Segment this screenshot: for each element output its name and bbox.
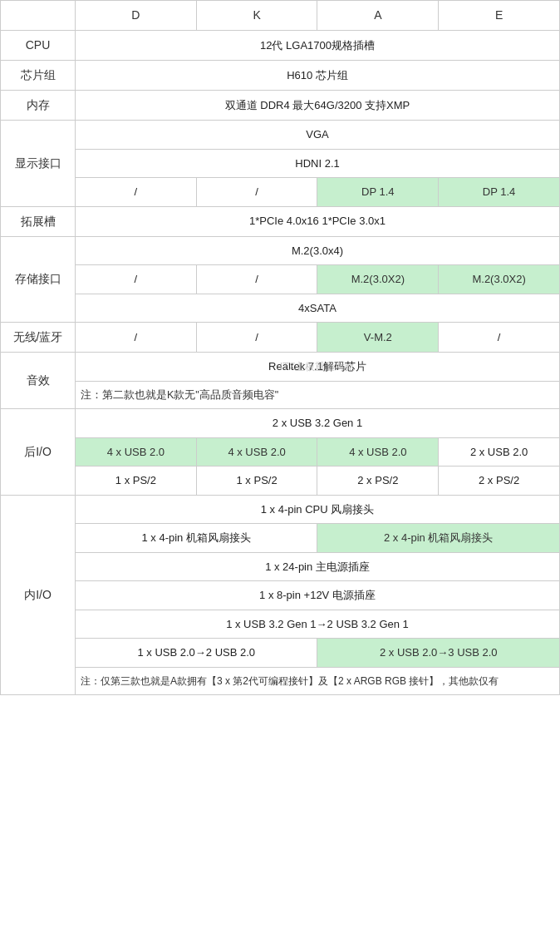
storage-m2-d: / — [76, 265, 197, 294]
wireless-a: V-M.2 — [317, 323, 439, 353]
rear-io-ps2-d: 1 x PS/2 — [76, 467, 197, 496]
rear-io-usb20-e: 2 x USB 2.0 — [439, 437, 560, 467]
storage-m2-variants-row: / / M.2(3.0X2) M.2(3.0X2) — [1, 265, 560, 294]
rear-io-usb32-row: 后I/O 2 x USB 3.2 Gen 1 — [1, 409, 560, 438]
display-dp-e: DP 1.4 — [439, 178, 560, 207]
display-hdni: HDNI 2.1 — [76, 149, 560, 178]
audio-row1: 音效 ITX主板重量对比 Realtek 7.1解码芯片 — [1, 353, 560, 382]
inner-io-label: 内I/O — [1, 495, 76, 694]
display-dp-d: / — [76, 178, 197, 207]
memory-value: 双通道 DDR4 最大64G/3200 支持XMP — [76, 91, 560, 121]
audio-realtek: ITX主板重量对比 Realtek 7.1解码芯片 — [76, 353, 560, 382]
rear-io-usb20-k: 4 x USB 2.0 — [196, 437, 317, 467]
memory-row: 内存 双通道 DDR4 最大64G/3200 支持XMP — [1, 91, 560, 121]
storage-label: 存储接口 — [1, 236, 76, 323]
inner-io-usb20-ae: 2 x USB 2.0→3 USB 2.0 — [317, 639, 560, 668]
display-label: 显示接口 — [1, 121, 76, 207]
rear-io-usb20-row: 4 x USB 2.0 4 x USB 2.0 4 x USB 2.0 2 x … — [1, 437, 560, 467]
inner-io-8pin-row: 1 x 8-pin +12V 电源插座 — [1, 581, 560, 610]
col-e-header: E — [439, 1, 560, 31]
storage-m2-k: / — [196, 265, 317, 294]
inner-io-8pin: 1 x 8-pin +12V 电源插座 — [76, 581, 560, 610]
display-vga-row: 显示接口 VGA — [1, 121, 560, 150]
storage-sata-row: 4xSATA — [1, 294, 560, 323]
rear-io-usb32: 2 x USB 3.2 Gen 1 — [76, 409, 560, 438]
comparison-table: D K A E CPU 12代 LGA1700规格插槽 芯片组 H610 芯片组… — [0, 0, 560, 695]
audio-label: 音效 — [1, 353, 76, 409]
rear-io-usb20-a: 4 x USB 2.0 — [317, 437, 439, 467]
wireless-e: / — [439, 323, 560, 353]
rear-io-ps2-k: 1 x PS/2 — [196, 467, 317, 496]
inner-io-note: 注：仅第三款也就是A款拥有【3 x 第2代可编程接针】及【2 x ARGB RG… — [76, 667, 560, 694]
storage-m2-e: M.2(3.0X2) — [439, 265, 560, 294]
storage-sata: 4xSATA — [76, 294, 560, 323]
expansion-row: 拓展槽 1*PCIe 4.0x16 1*PCIe 3.0x1 — [1, 206, 560, 236]
inner-io-casefan-dk: 1 x 4-pin 机箱风扇接头 — [76, 524, 317, 553]
chipset-row: 芯片组 H610 芯片组 — [1, 61, 560, 91]
col-a-header: A — [317, 1, 439, 31]
storage-m2-a: M.2(3.0X2) — [317, 265, 439, 294]
inner-io-usb32-row: 1 x USB 3.2 Gen 1→2 USB 3.2 Gen 1 — [1, 610, 560, 639]
wireless-label: 无线/蓝牙 — [1, 323, 76, 353]
storage-m2: M.2(3.0x4) — [76, 236, 560, 265]
inner-io-usb20-dk: 1 x USB 2.0→2 USB 2.0 — [76, 639, 317, 668]
expansion-label: 拓展槽 — [1, 206, 76, 236]
display-dp-k: / — [196, 178, 317, 207]
cpu-label: CPU — [1, 31, 76, 61]
empty-header — [1, 1, 76, 31]
inner-io-24pin: 1 x 24-pin 主电源插座 — [76, 552, 560, 581]
col-k-header: K — [196, 1, 317, 31]
wireless-row: 无线/蓝牙 / / V-M.2 / — [1, 323, 560, 353]
audio-realtek-text: Realtek 7.1解码芯片 — [268, 360, 366, 373]
display-dp-row: / / DP 1.4 DP 1.4 — [1, 178, 560, 207]
display-dp-a: DP 1.4 — [317, 178, 439, 207]
cpu-value: 12代 LGA1700规格插槽 — [76, 31, 560, 61]
cpu-row: CPU 12代 LGA1700规格插槽 — [1, 31, 560, 61]
rear-io-ps2-e: 2 x PS/2 — [439, 467, 560, 496]
display-vga: VGA — [76, 121, 560, 150]
inner-io-casefan-ae: 2 x 4-pin 机箱风扇接头 — [317, 524, 560, 553]
rear-io-ps2-a: 2 x PS/2 — [317, 467, 439, 496]
inner-io-cpufan: 1 x 4-pin CPU 风扇接头 — [76, 495, 560, 524]
audio-note-row: 注：第二款也就是K款无"高品质音频电容" — [1, 381, 560, 409]
inner-io-usb32: 1 x USB 3.2 Gen 1→2 USB 3.2 Gen 1 — [76, 610, 560, 639]
wireless-k: / — [196, 323, 317, 353]
col-d-header: D — [76, 1, 197, 31]
inner-io-note-row: 注：仅第三款也就是A款拥有【3 x 第2代可编程接针】及【2 x ARGB RG… — [1, 667, 560, 694]
display-hdni-row: HDNI 2.1 — [1, 149, 560, 178]
storage-m2-row: 存储接口 M.2(3.0x4) — [1, 236, 560, 265]
inner-io-cpufan-row: 内I/O 1 x 4-pin CPU 风扇接头 — [1, 495, 560, 524]
memory-label: 内存 — [1, 91, 76, 121]
wireless-d: / — [76, 323, 197, 353]
rear-io-usb20-d: 4 x USB 2.0 — [76, 437, 197, 467]
chipset-label: 芯片组 — [1, 61, 76, 91]
inner-io-casefan-row: 1 x 4-pin 机箱风扇接头 2 x 4-pin 机箱风扇接头 — [1, 524, 560, 553]
audio-note: 注：第二款也就是K款无"高品质音频电容" — [76, 381, 560, 409]
chipset-value: H610 芯片组 — [76, 61, 560, 91]
rear-io-ps2-row: 1 x PS/2 1 x PS/2 2 x PS/2 2 x PS/2 — [1, 467, 560, 496]
rear-io-label: 后I/O — [1, 409, 76, 496]
inner-io-24pin-row: 1 x 24-pin 主电源插座 — [1, 552, 560, 581]
expansion-value: 1*PCIe 4.0x16 1*PCIe 3.0x1 — [76, 206, 560, 236]
inner-io-usb20-row: 1 x USB 2.0→2 USB 2.0 2 x USB 2.0→3 USB … — [1, 639, 560, 668]
